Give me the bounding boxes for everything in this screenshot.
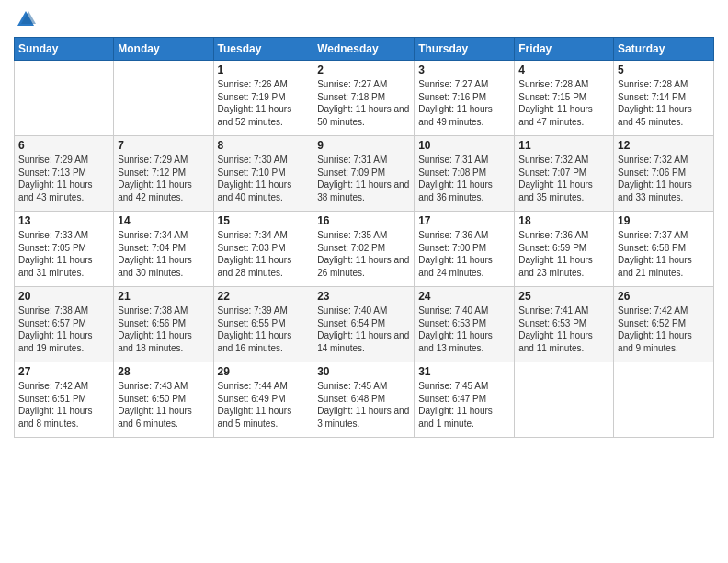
day-info: Sunrise: 7:42 AM Sunset: 6:51 PM Dayligh… (18, 380, 109, 430)
calendar-cell: 29Sunrise: 7:44 AM Sunset: 6:49 PM Dayli… (213, 362, 313, 438)
calendar-cell: 24Sunrise: 7:40 AM Sunset: 6:53 PM Dayli… (415, 287, 515, 362)
calendar-cell (114, 61, 213, 136)
day-number: 15 (218, 214, 310, 227)
day-number: 27 (18, 365, 109, 378)
day-info: Sunrise: 7:31 AM Sunset: 7:09 PM Dayligh… (317, 154, 410, 203)
day-info: Sunrise: 7:40 AM Sunset: 6:53 PM Dayligh… (418, 304, 510, 354)
day-of-week-saturday: Saturday (614, 38, 714, 61)
calendar-cell: 15Sunrise: 7:34 AM Sunset: 7:03 PM Dayli… (213, 212, 313, 287)
day-number: 16 (317, 214, 410, 227)
day-info: Sunrise: 7:31 AM Sunset: 7:08 PM Dayligh… (418, 154, 510, 203)
day-info: Sunrise: 7:26 AM Sunset: 7:19 PM Dayligh… (218, 78, 310, 128)
day-of-week-thursday: Thursday (415, 38, 515, 61)
week-row-4: 27Sunrise: 7:42 AM Sunset: 6:51 PM Dayli… (15, 362, 714, 438)
calendar-cell: 14Sunrise: 7:34 AM Sunset: 7:04 PM Dayli… (114, 212, 213, 287)
calendar-cell: 5Sunrise: 7:28 AM Sunset: 7:14 PM Daylig… (614, 61, 714, 136)
header-row: SundayMondayTuesdayWednesdayThursdayFrid… (15, 38, 714, 61)
calendar-cell: 7Sunrise: 7:29 AM Sunset: 7:12 PM Daylig… (114, 136, 213, 212)
header (14, 9, 714, 29)
calendar-cell: 10Sunrise: 7:31 AM Sunset: 7:08 PM Dayli… (415, 136, 515, 212)
day-of-week-monday: Monday (114, 38, 213, 61)
day-number: 7 (118, 139, 209, 152)
day-number: 6 (18, 139, 109, 152)
calendar-cell: 12Sunrise: 7:32 AM Sunset: 7:06 PM Dayli… (614, 136, 714, 212)
day-of-week-tuesday: Tuesday (213, 38, 313, 61)
day-info: Sunrise: 7:29 AM Sunset: 7:13 PM Dayligh… (18, 154, 109, 203)
day-number: 2 (317, 63, 410, 76)
day-info: Sunrise: 7:43 AM Sunset: 6:50 PM Dayligh… (118, 380, 209, 430)
day-info: Sunrise: 7:36 AM Sunset: 6:59 PM Dayligh… (518, 229, 609, 279)
calendar-cell: 16Sunrise: 7:35 AM Sunset: 7:02 PM Dayli… (313, 212, 415, 287)
day-number: 18 (518, 214, 609, 227)
day-number: 11 (518, 139, 609, 152)
calendar-cell (15, 61, 114, 136)
day-number: 21 (118, 290, 209, 303)
day-info: Sunrise: 7:41 AM Sunset: 6:53 PM Dayligh… (518, 304, 609, 354)
day-number: 22 (218, 290, 310, 303)
day-number: 28 (118, 365, 209, 378)
day-number: 17 (418, 214, 510, 227)
day-info: Sunrise: 7:45 AM Sunset: 6:48 PM Dayligh… (317, 380, 410, 430)
calendar-cell: 31Sunrise: 7:45 AM Sunset: 6:47 PM Dayli… (415, 362, 515, 438)
day-info: Sunrise: 7:32 AM Sunset: 7:06 PM Dayligh… (618, 154, 710, 203)
day-info: Sunrise: 7:34 AM Sunset: 7:04 PM Dayligh… (118, 229, 209, 279)
calendar-cell: 11Sunrise: 7:32 AM Sunset: 7:07 PM Dayli… (515, 136, 614, 212)
week-row-2: 13Sunrise: 7:33 AM Sunset: 7:05 PM Dayli… (15, 212, 714, 287)
day-info: Sunrise: 7:37 AM Sunset: 6:58 PM Dayligh… (618, 229, 710, 279)
calendar-cell: 9Sunrise: 7:31 AM Sunset: 7:09 PM Daylig… (313, 136, 415, 212)
day-info: Sunrise: 7:45 AM Sunset: 6:47 PM Dayligh… (418, 380, 510, 430)
logo (14, 9, 38, 29)
day-number: 31 (418, 365, 510, 378)
day-info: Sunrise: 7:28 AM Sunset: 7:14 PM Dayligh… (618, 78, 710, 128)
calendar-table: SundayMondayTuesdayWednesdayThursdayFrid… (14, 37, 714, 438)
day-number: 13 (18, 214, 109, 227)
calendar-cell: 4Sunrise: 7:28 AM Sunset: 7:15 PM Daylig… (515, 61, 614, 136)
day-info: Sunrise: 7:36 AM Sunset: 7:00 PM Dayligh… (418, 229, 510, 279)
calendar-cell: 17Sunrise: 7:36 AM Sunset: 7:00 PM Dayli… (415, 212, 515, 287)
calendar-body: 1Sunrise: 7:26 AM Sunset: 7:19 PM Daylig… (15, 61, 714, 438)
day-info: Sunrise: 7:33 AM Sunset: 7:05 PM Dayligh… (18, 229, 109, 279)
day-number: 4 (518, 63, 609, 76)
calendar-cell: 22Sunrise: 7:39 AM Sunset: 6:55 PM Dayli… (213, 287, 313, 362)
day-number: 1 (218, 63, 310, 76)
week-row-0: 1Sunrise: 7:26 AM Sunset: 7:19 PM Daylig… (15, 61, 714, 136)
day-number: 8 (218, 139, 310, 152)
calendar-cell: 2Sunrise: 7:27 AM Sunset: 7:18 PM Daylig… (313, 61, 415, 136)
day-number: 26 (618, 290, 710, 303)
day-of-week-wednesday: Wednesday (313, 38, 415, 61)
calendar-cell: 20Sunrise: 7:38 AM Sunset: 6:57 PM Dayli… (15, 287, 114, 362)
calendar-cell: 26Sunrise: 7:42 AM Sunset: 6:52 PM Dayli… (614, 287, 714, 362)
calendar-cell: 19Sunrise: 7:37 AM Sunset: 6:58 PM Dayli… (614, 212, 714, 287)
day-number: 24 (418, 290, 510, 303)
day-number: 20 (18, 290, 109, 303)
day-number: 23 (317, 290, 410, 303)
day-info: Sunrise: 7:39 AM Sunset: 6:55 PM Dayligh… (218, 304, 310, 354)
calendar-cell: 8Sunrise: 7:30 AM Sunset: 7:10 PM Daylig… (213, 136, 313, 212)
day-number: 12 (618, 139, 710, 152)
day-info: Sunrise: 7:27 AM Sunset: 7:16 PM Dayligh… (418, 78, 510, 128)
day-number: 3 (418, 63, 510, 76)
day-number: 25 (518, 290, 609, 303)
calendar-cell: 6Sunrise: 7:29 AM Sunset: 7:13 PM Daylig… (15, 136, 114, 212)
day-of-week-friday: Friday (515, 38, 614, 61)
day-number: 10 (418, 139, 510, 152)
calendar-cell (515, 362, 614, 438)
day-info: Sunrise: 7:32 AM Sunset: 7:07 PM Dayligh… (518, 154, 609, 203)
calendar-cell: 18Sunrise: 7:36 AM Sunset: 6:59 PM Dayli… (515, 212, 614, 287)
day-number: 19 (618, 214, 710, 227)
day-info: Sunrise: 7:27 AM Sunset: 7:18 PM Dayligh… (317, 78, 410, 128)
logo-icon (16, 9, 36, 29)
calendar-cell: 28Sunrise: 7:43 AM Sunset: 6:50 PM Dayli… (114, 362, 213, 438)
page: SundayMondayTuesdayWednesdayThursdayFrid… (0, 0, 728, 563)
day-info: Sunrise: 7:40 AM Sunset: 6:54 PM Dayligh… (317, 304, 410, 354)
day-info: Sunrise: 7:38 AM Sunset: 6:56 PM Dayligh… (118, 304, 209, 354)
calendar-cell: 1Sunrise: 7:26 AM Sunset: 7:19 PM Daylig… (213, 61, 313, 136)
day-info: Sunrise: 7:30 AM Sunset: 7:10 PM Dayligh… (218, 154, 310, 203)
week-row-1: 6Sunrise: 7:29 AM Sunset: 7:13 PM Daylig… (15, 136, 714, 212)
day-info: Sunrise: 7:42 AM Sunset: 6:52 PM Dayligh… (618, 304, 710, 354)
calendar-cell: 30Sunrise: 7:45 AM Sunset: 6:48 PM Dayli… (313, 362, 415, 438)
day-info: Sunrise: 7:29 AM Sunset: 7:12 PM Dayligh… (118, 154, 209, 203)
calendar-cell: 21Sunrise: 7:38 AM Sunset: 6:56 PM Dayli… (114, 287, 213, 362)
day-info: Sunrise: 7:35 AM Sunset: 7:02 PM Dayligh… (317, 229, 410, 279)
day-info: Sunrise: 7:44 AM Sunset: 6:49 PM Dayligh… (218, 380, 310, 430)
